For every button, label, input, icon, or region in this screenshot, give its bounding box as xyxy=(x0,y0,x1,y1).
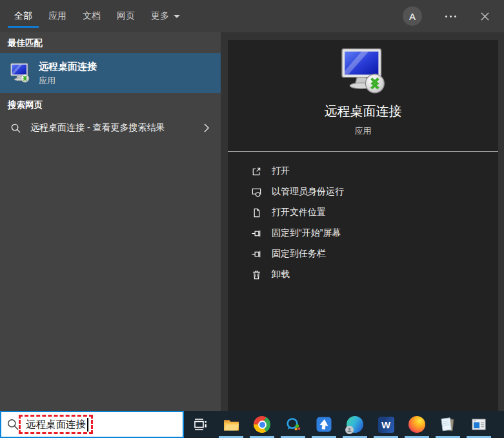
run-as-admin-icon xyxy=(250,187,263,198)
tab-web[interactable]: 网页 xyxy=(110,0,141,32)
action-pin-to-taskbar[interactable]: 固定到任务栏 xyxy=(250,244,498,264)
chat-app-button[interactable] xyxy=(277,411,308,438)
rdp-app-icon xyxy=(8,63,32,83)
web-search-header: 搜索网页 xyxy=(8,99,43,111)
taskbar-search-input[interactable]: 远程桌面连接 xyxy=(26,412,88,437)
taskbar-search-box[interactable]: 远程桌面连接 xyxy=(0,411,184,438)
detail-app-title: 远程桌面连接 xyxy=(325,103,402,120)
nav-arrow-app-icon xyxy=(316,416,332,433)
edge-profile-avatar xyxy=(345,426,354,434)
task-view-button[interactable] xyxy=(185,411,216,438)
notepad-icon xyxy=(439,416,456,433)
search-flyout: 全部 应用 文档 网页 更多 A 最佳匹配 xyxy=(0,0,504,411)
uninstall-icon xyxy=(250,269,263,280)
web-search-text: 远程桌面连接 - 查看更多搜索结果 xyxy=(30,122,165,134)
tab-documents[interactable]: 文档 xyxy=(76,0,107,32)
open-icon xyxy=(250,166,263,177)
file-explorer-icon xyxy=(223,416,240,433)
action-open[interactable]: 打开 xyxy=(250,161,498,182)
best-match-subtitle: 应用 xyxy=(39,75,97,87)
action-list: 打开 以管理员身份运行 打开文件位置 xyxy=(228,152,498,285)
firefox-button[interactable] xyxy=(401,411,432,438)
rdp-app-icon-large xyxy=(335,48,392,94)
best-match-result[interactable]: 远程桌面连接 应用 xyxy=(0,53,221,93)
detail-app-subtitle: 应用 xyxy=(355,125,372,137)
pin-to-start-icon xyxy=(250,228,263,239)
detail-panel: 远程桌面连接 应用 打开 以管理员身份运行 xyxy=(228,40,498,411)
tab-apps[interactable]: 应用 xyxy=(42,0,73,32)
edge-button[interactable] xyxy=(339,411,370,438)
notepad-button[interactable] xyxy=(432,411,463,438)
action-run-as-admin[interactable]: 以管理员身份运行 xyxy=(250,182,498,202)
close-icon[interactable] xyxy=(477,8,492,24)
text-caret xyxy=(87,418,88,432)
tab-more[interactable]: 更多 xyxy=(145,0,186,32)
screen: 全部 应用 文档 网页 更多 A 最佳匹配 xyxy=(0,0,504,438)
word-icon: W xyxy=(378,417,394,433)
chevron-right-icon xyxy=(203,121,210,134)
best-match-header: 最佳匹配 xyxy=(8,37,43,49)
task-view-icon xyxy=(192,417,208,432)
rdp-window-icon xyxy=(470,416,487,433)
nav-arrow-app-button[interactable] xyxy=(308,411,339,438)
taskbar: 远程桌面连接 xyxy=(0,411,504,438)
file-explorer-button[interactable] xyxy=(216,411,247,438)
open-file-location-icon xyxy=(250,207,263,218)
more-options-icon[interactable] xyxy=(445,16,456,17)
rdp-window-button[interactable] xyxy=(463,411,494,438)
edge-icon xyxy=(347,416,363,433)
chat-app-icon xyxy=(285,416,301,433)
action-open-file-location[interactable]: 打开文件位置 xyxy=(250,202,498,223)
web-search-result[interactable]: 远程桌面连接 - 查看更多搜索结果 xyxy=(0,115,221,141)
action-pin-to-start[interactable]: 固定到“开始”屏幕 xyxy=(250,223,498,244)
chrome-icon xyxy=(254,416,270,433)
search-icon xyxy=(6,418,19,431)
results-panel: 最佳匹配 xyxy=(0,32,221,411)
best-match-title: 远程桌面连接 xyxy=(39,60,97,73)
word-button[interactable]: W xyxy=(370,411,401,438)
chrome-button[interactable] xyxy=(247,411,277,438)
filter-tabs: 全部 应用 文档 网页 更多 xyxy=(8,0,190,32)
chevron-down-icon xyxy=(174,15,180,18)
topbar-actions: A xyxy=(403,0,504,32)
action-uninstall[interactable]: 卸载 xyxy=(250,264,498,285)
firefox-icon xyxy=(408,416,425,433)
taskbar-icons: W xyxy=(185,411,494,438)
search-icon xyxy=(10,123,21,134)
tab-all[interactable]: 全部 xyxy=(8,0,39,32)
account-avatar[interactable]: A xyxy=(403,6,422,26)
pin-to-taskbar-icon xyxy=(250,249,263,260)
search-filter-bar: 全部 应用 文档 网页 更多 A xyxy=(0,0,504,32)
